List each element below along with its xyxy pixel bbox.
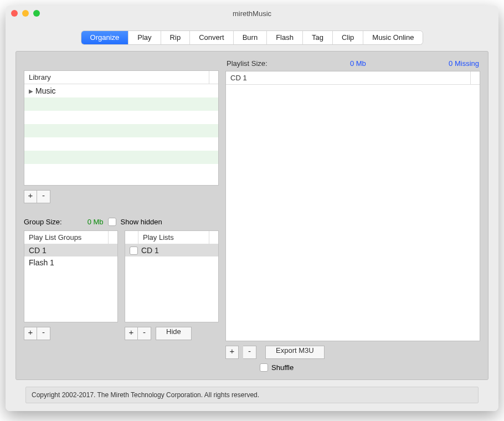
hide-button[interactable]: Hide xyxy=(156,327,192,340)
tab-burn[interactable]: Burn xyxy=(234,31,267,44)
tab-organize[interactable]: Organize xyxy=(81,31,129,44)
shuffle-label: Shuffle xyxy=(271,363,294,372)
group-size-label: Group Size: xyxy=(24,218,62,226)
footer-copyright: Copyright 2002-2017. The Mireth Technolo… xyxy=(25,387,479,403)
playlist-missing-value: 0 Missing xyxy=(449,59,479,68)
disclosure-icon[interactable]: ▶ xyxy=(29,88,33,94)
export-m3u-button[interactable]: Export M3U xyxy=(265,346,325,359)
shuffle-checkbox[interactable] xyxy=(260,363,268,372)
playlist-group-item[interactable]: Flash 1 xyxy=(24,256,117,269)
minimize-icon[interactable] xyxy=(22,10,29,17)
maximize-icon[interactable] xyxy=(33,10,40,17)
titlebar: mirethMusic xyxy=(6,6,498,21)
tab-rip[interactable]: Rip xyxy=(161,31,191,44)
tab-convert[interactable]: Convert xyxy=(190,31,234,44)
tab-flash[interactable]: Flash xyxy=(267,31,303,44)
playlists-remove-button[interactable]: - xyxy=(138,327,151,340)
tab-music-online[interactable]: Music Online xyxy=(363,31,423,44)
playlist-groups-header: Play List Groups xyxy=(24,231,109,244)
library-list[interactable]: Library ▶Music xyxy=(24,70,219,186)
tab-play[interactable]: Play xyxy=(128,31,161,44)
playlists-header: Play Lists xyxy=(138,231,209,244)
groups-remove-button[interactable]: - xyxy=(37,327,50,340)
playlists-add-button[interactable]: + xyxy=(125,327,138,340)
tab-clip[interactable]: Clip xyxy=(333,31,363,44)
window-title: mirethMusic xyxy=(11,9,493,18)
show-hidden-label: Show hidden xyxy=(121,218,162,226)
playlist-item-checkbox[interactable] xyxy=(130,247,138,255)
tracks-list[interactable]: CD 1 xyxy=(225,71,480,341)
show-hidden-checkbox[interactable] xyxy=(108,218,116,226)
library-item[interactable]: ▶Music xyxy=(24,84,218,97)
playlist-item[interactable]: CD 1 xyxy=(125,244,218,256)
playlists-list[interactable]: Play Lists CD 1 xyxy=(125,230,219,322)
playlist-groups-list[interactable]: Play List Groups CD 1Flash 1 xyxy=(24,230,118,322)
app-window: mirethMusic OrganizePlayRipConvertBurnFl… xyxy=(6,6,498,411)
group-size-value: 0 Mb xyxy=(88,218,104,226)
library-remove-button[interactable]: - xyxy=(37,190,50,203)
tab-bar: OrganizePlayRipConvertBurnFlashTagClipMu… xyxy=(16,31,488,44)
library-header: Library xyxy=(24,71,209,84)
tracks-add-button[interactable]: + xyxy=(225,346,239,359)
tracks-header: CD 1 xyxy=(226,71,471,85)
tab-tag[interactable]: Tag xyxy=(303,31,333,44)
library-add-button[interactable]: + xyxy=(24,190,37,203)
tracks-remove-button[interactable]: - xyxy=(243,346,256,359)
playlist-size-value: 0 Mb xyxy=(350,59,366,68)
playlist-size-label: Playlist Size: xyxy=(227,59,268,68)
library-header-spacer xyxy=(209,71,218,84)
close-icon[interactable] xyxy=(11,10,18,17)
playlist-group-item[interactable]: CD 1 xyxy=(24,244,117,256)
groups-add-button[interactable]: + xyxy=(24,327,37,340)
